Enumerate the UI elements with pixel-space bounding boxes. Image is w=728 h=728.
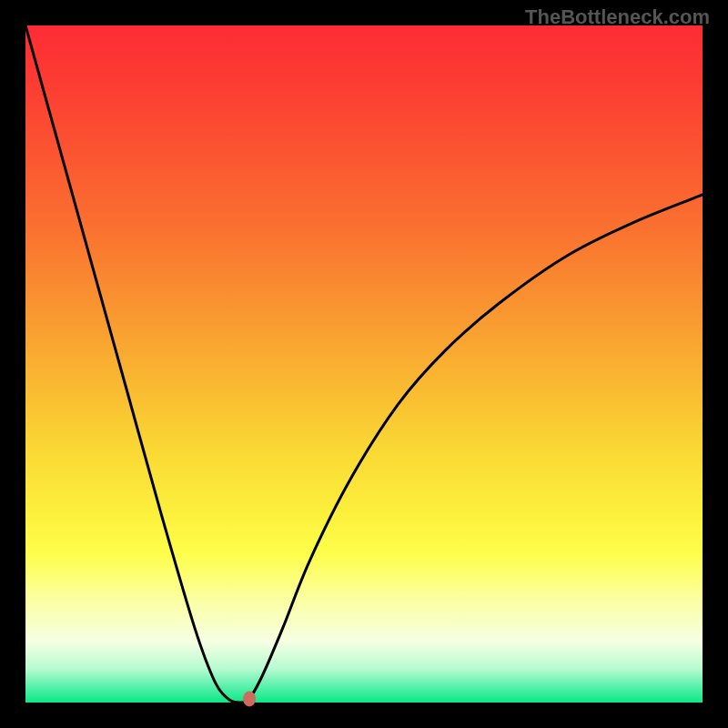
- watermark-label: TheBottleneck.com: [525, 5, 710, 29]
- plot-area: [25, 25, 703, 703]
- bottleneck-curve: [25, 25, 703, 703]
- curve-layer: [25, 25, 703, 703]
- chart-frame: [25, 25, 703, 703]
- optimal-point-marker: [243, 692, 256, 707]
